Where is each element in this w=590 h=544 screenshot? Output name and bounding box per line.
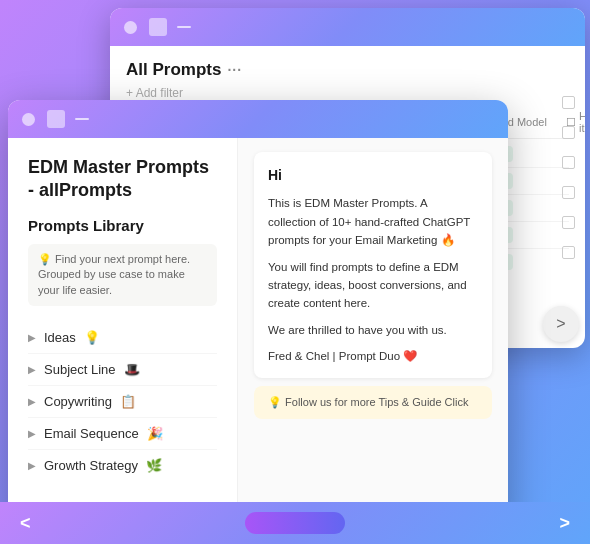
intro-text: This is EDM Master Prompts. A collection… (268, 194, 478, 249)
cat-label: Growth Strategy (44, 458, 138, 473)
find-prompt-box: 💡 Find your next prompt here. Grouped by… (28, 244, 217, 306)
library-heading: Prompts Library (28, 217, 217, 234)
add-filter[interactable]: + Add filter (126, 86, 569, 100)
close-btn-back[interactable] (124, 21, 137, 34)
edm-title: EDM Master Prompts - allPrompts (28, 156, 217, 203)
left-panel: EDM Master Prompts - allPrompts Prompts … (8, 138, 238, 530)
front-titlebar (8, 100, 508, 138)
category-list: ▶ Ideas 💡 ▶ Subject Line 🎩 ▶ Copywriting… (28, 322, 217, 481)
title-text: All Prompts (126, 60, 221, 80)
cat-emoji: 💡 (84, 330, 100, 345)
cat-label: Copywriting (44, 394, 112, 409)
extra-checkbox[interactable] (562, 246, 575, 259)
front-window: EDM Master Prompts - allPrompts Prompts … (8, 100, 508, 530)
extra-checkbox[interactable] (562, 156, 575, 169)
nav-left-arrow[interactable]: < (20, 513, 31, 534)
bottom-nav: < > (0, 502, 590, 544)
nav-pill (245, 512, 345, 534)
cat-emoji: 🎩 (124, 362, 140, 377)
close-btn-front[interactable] (22, 113, 35, 126)
chevron-icon: ▶ (28, 332, 36, 343)
chat-bubble: Hi This is EDM Master Prompts. A collect… (254, 152, 492, 378)
category-item-growth[interactable]: ▶ Growth Strategy 🌿 (28, 450, 217, 481)
all-prompts-title: All Prompts ··· (126, 60, 569, 80)
chevron-icon: ▶ (28, 364, 36, 375)
cat-emoji: 🌿 (146, 458, 162, 473)
nav-right-arrow[interactable]: > (559, 513, 570, 534)
cat-label: Subject Line (44, 362, 116, 377)
right-panel: Hi This is EDM Master Prompts. A collect… (238, 138, 508, 530)
find-prompt-text: 💡 Find your next prompt here. Grouped by… (38, 252, 207, 298)
category-item-ideas[interactable]: ▶ Ideas 💡 (28, 322, 217, 354)
window-icon-back (149, 18, 167, 36)
extra-checkbox[interactable] (562, 216, 575, 229)
follow-box: 💡 Follow us for more Tips & Guide Click (254, 386, 492, 419)
dots-menu[interactable]: ··· (227, 62, 242, 78)
cat-label: Email Sequence (44, 426, 139, 441)
extra-checkbox[interactable] (562, 186, 575, 199)
chevron-icon: ▶ (28, 460, 36, 471)
minimize-btn-back[interactable] (177, 26, 191, 28)
signature-text: Fred & Chel | Prompt Duo ❤️ (268, 347, 478, 365)
chevron-icon: ▶ (28, 428, 36, 439)
chevron-icon: ▶ (28, 396, 36, 407)
cat-emoji: 📋 (120, 394, 136, 409)
welcome-text: We are thrilled to have you with us. (268, 321, 478, 339)
right-arrow-icon: > (556, 315, 565, 333)
cat-emoji: 🎉 (147, 426, 163, 441)
extra-checkbox[interactable] (562, 96, 575, 109)
back-titlebar (110, 8, 585, 46)
window-icon-front (47, 110, 65, 128)
extra-checkboxes (562, 96, 575, 259)
right-arrow-back[interactable]: > (543, 306, 579, 342)
minimize-btn-front[interactable] (75, 118, 89, 120)
category-item-copywriting[interactable]: ▶ Copywriting 📋 (28, 386, 217, 418)
category-item-subject[interactable]: ▶ Subject Line 🎩 (28, 354, 217, 386)
follow-text: 💡 Follow us for more Tips & Guide Click (268, 396, 468, 409)
category-item-email-sequence[interactable]: ▶ Email Sequence 🎉 (28, 418, 217, 450)
front-content: EDM Master Prompts - allPrompts Prompts … (8, 138, 508, 530)
cat-label: Ideas (44, 330, 76, 345)
extra-checkbox[interactable] (562, 126, 575, 139)
add-filter-label: + Add filter (126, 86, 183, 100)
greeting-text: Hi (268, 164, 478, 186)
detail-text: You will find prompts to define a EDM st… (268, 258, 478, 313)
